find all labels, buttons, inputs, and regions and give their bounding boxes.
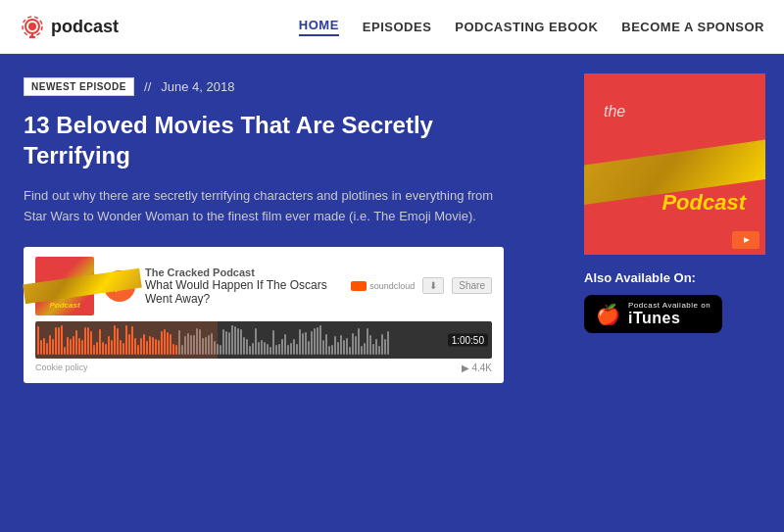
waveform-bar	[37, 326, 39, 355]
soundcloud-icon	[351, 281, 367, 291]
waveform-bar	[184, 336, 186, 355]
waveform-bar	[328, 346, 330, 355]
download-button[interactable]: ⬇	[422, 277, 444, 294]
left-content: NEWEST EPISODE // June 4, 2018 13 Belove…	[0, 54, 568, 532]
waveform-bar	[375, 339, 377, 355]
nav-home[interactable]: HOME	[299, 18, 339, 36]
nav-episodes[interactable]: EPISODES	[363, 20, 431, 34]
waveform-bar	[387, 331, 389, 355]
waveform-bar	[81, 340, 83, 355]
waveform-bar	[99, 329, 101, 355]
waveform-bar	[317, 327, 318, 355]
soundcloud-label: soundcloud	[369, 281, 415, 291]
waveform-bar	[55, 327, 57, 355]
apple-icon: 🍎	[596, 305, 620, 324]
waveform-bar	[193, 335, 195, 355]
episode-date: June 4, 2018	[161, 79, 234, 94]
also-available-label: Also Available On:	[584, 270, 696, 285]
waveform-bar	[296, 344, 298, 355]
cover-badge: ▶	[732, 231, 760, 249]
waveform-bar	[325, 334, 327, 355]
waveform-bar	[287, 345, 289, 355]
podcast-cover-inner: the Podcast ▶	[584, 73, 765, 255]
waveform-bar	[275, 345, 277, 355]
waveform[interactable]: 1:00:50	[35, 321, 492, 359]
header: podcast HOME EPISODES PODCASTING EBOOK B…	[0, 0, 784, 54]
waveform-bar	[355, 336, 357, 355]
share-button[interactable]: Share	[452, 277, 492, 294]
waveform-bar	[237, 328, 239, 355]
waveform-bar	[108, 336, 110, 355]
waveform-bar	[234, 326, 236, 355]
waveform-bar	[90, 331, 92, 355]
waveform-bar	[367, 328, 368, 355]
soundcloud-logo: soundcloud	[351, 281, 415, 291]
waveform-bar	[222, 329, 224, 355]
waveform-bar	[281, 339, 283, 355]
waveform-bar	[64, 347, 66, 355]
waveform-bar	[202, 338, 204, 355]
waveform-bar	[111, 340, 113, 355]
main-content: NEWEST EPISODE // June 4, 2018 13 Belove…	[0, 54, 784, 532]
podcast-cover: the Podcast ▶	[584, 73, 765, 255]
waveform-bar	[299, 329, 301, 355]
episode-description: Find out why there are secretly terrifyi…	[24, 186, 504, 227]
itunes-available-on: Podcast Available on	[628, 301, 710, 310]
waveform-bars	[35, 321, 492, 359]
waveform-bar	[93, 345, 95, 355]
waveform-bar	[43, 338, 45, 355]
episode-separator: //	[144, 79, 151, 94]
waveform-bar	[67, 337, 69, 355]
waveform-bar	[340, 335, 342, 355]
logo: podcast	[20, 14, 119, 39]
waveform-bar	[167, 332, 169, 355]
cookie-policy[interactable]: Cookie policy	[35, 363, 88, 372]
waveform-bar	[231, 325, 233, 355]
waveform-bar	[381, 334, 383, 355]
waveform-bar	[114, 325, 116, 355]
player-thumb-label: Podcast	[49, 301, 79, 310]
podcast-logo-icon	[20, 14, 45, 39]
player-info: The Cracked Podcast What Would Happen If…	[145, 266, 351, 306]
waveform-bar	[164, 329, 166, 355]
waveform-bar	[369, 335, 371, 355]
right-sidebar: the Podcast ▶ Also Available On: 🍎 Podca…	[568, 54, 784, 532]
waveform-bar	[302, 333, 304, 355]
waveform-bar	[75, 330, 77, 355]
nav-become-sponsor[interactable]: BECOME A SPONSOR	[621, 20, 764, 34]
waveform-bar	[311, 331, 313, 355]
waveform-bar	[322, 340, 324, 355]
waveform-bar	[267, 344, 269, 355]
player-left: Podcast The Cracked Podcast What Would H…	[35, 257, 351, 315]
waveform-bar	[199, 329, 201, 355]
waveform-bar	[158, 340, 160, 355]
listen-count: ▶ 4.4K	[462, 363, 492, 373]
waveform-bar	[284, 334, 286, 355]
player-bottom: Cookie policy ▶ 4.4K	[35, 363, 492, 373]
waveform-bar	[170, 334, 172, 355]
waveform-bar	[134, 338, 136, 355]
waveform-bar	[49, 335, 51, 355]
waveform-bar	[52, 339, 54, 355]
waveform-bar	[364, 343, 366, 355]
waveform-bar	[337, 342, 339, 355]
waveform-bar	[243, 337, 245, 355]
waveform-bar	[128, 334, 130, 355]
waveform-bar	[225, 331, 227, 355]
waveform-bar	[305, 332, 307, 355]
waveform-bar	[125, 325, 127, 355]
waveform-bar	[137, 345, 139, 355]
waveform-bar	[220, 345, 221, 355]
waveform-duration: 1:00:50	[448, 333, 488, 346]
logo-text: podcast	[51, 17, 119, 37]
waveform-bar	[349, 347, 351, 355]
cover-text-the: the	[604, 103, 625, 121]
waveform-bar	[140, 338, 142, 355]
waveform-bar	[255, 328, 257, 355]
waveform-bar	[278, 344, 280, 355]
nav-podcasting-ebook[interactable]: PODCASTING EBOOK	[455, 20, 598, 34]
waveform-bar	[190, 335, 192, 355]
waveform-bar	[293, 339, 295, 355]
waveform-bar	[73, 336, 74, 355]
itunes-badge[interactable]: 🍎 Podcast Available on iTunes	[584, 295, 722, 333]
